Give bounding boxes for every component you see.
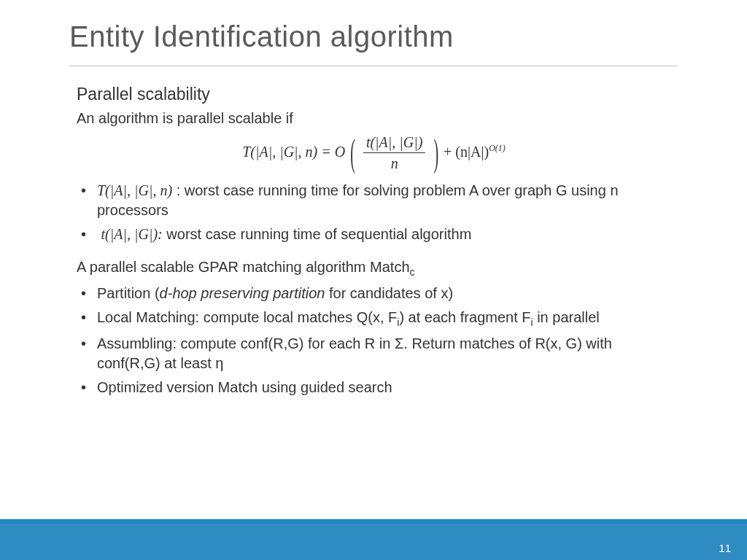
list-item: Local Matching: compute local matches Q(… bbox=[77, 308, 671, 330]
list-item: T(|A|, |G|, n) : worst case running time… bbox=[77, 181, 671, 220]
equation-lhs: T(|A|, |G|, n) = O bbox=[242, 144, 345, 160]
intro-text: An algorithm is parallel scalable if bbox=[77, 109, 671, 128]
text: in parallel bbox=[533, 309, 600, 325]
steps-list: Partition (d-hop preserving partition fo… bbox=[77, 284, 671, 397]
equation-tail-base: + (n|A|) bbox=[444, 144, 489, 160]
definitions-list: T(|A|, |G|, n) : worst case running time… bbox=[77, 181, 671, 244]
list-item: Assumbling: compute conf(R,G) for each R… bbox=[77, 334, 671, 373]
text: for candidates of x) bbox=[325, 285, 453, 301]
fraction-numerator: t(|A|, |G|) bbox=[363, 133, 426, 153]
second-heading-text: A parallel scalable GPAR matching algori… bbox=[77, 259, 410, 275]
page-number: 11 bbox=[719, 542, 731, 554]
math-term: t(|A|, |G|): bbox=[101, 226, 163, 242]
list-item: Optimized version Match using guided sea… bbox=[77, 378, 671, 397]
definition-text: : worst case running time for solving pr… bbox=[97, 182, 619, 218]
equation-fraction: t(|A|, |G|) n bbox=[360, 133, 429, 174]
subheading: Parallel scalability bbox=[77, 83, 671, 106]
paren-close: ) bbox=[432, 128, 440, 179]
math-term: T(|A|, |G|, n) bbox=[97, 182, 172, 198]
footer: 11 bbox=[0, 519, 747, 560]
fraction-denominator: n bbox=[363, 153, 426, 174]
title-divider bbox=[69, 66, 678, 66]
text: ) at each fragment F bbox=[399, 309, 530, 325]
list-item: Partition (d-hop preserving partition fo… bbox=[77, 284, 671, 303]
em-text: d-hop preserving partition bbox=[160, 285, 325, 301]
paren-open: ( bbox=[349, 128, 357, 179]
text: Local Matching: compute local matches Q(… bbox=[97, 309, 397, 325]
equation: T(|A|, |G|, n) = O ( t(|A|, |G|) n ) + (… bbox=[77, 133, 671, 174]
slide-title: Entity Identification algorithm bbox=[69, 20, 454, 53]
list-item: t(|A|, |G|): worst case running time of … bbox=[77, 225, 671, 244]
slide-body: Parallel scalability An algorithm is par… bbox=[77, 83, 671, 411]
footer-main-bar: 11 bbox=[0, 524, 747, 560]
second-heading: A parallel scalable GPAR matching algori… bbox=[77, 257, 671, 279]
slide: Entity Identification algorithm Parallel… bbox=[0, 0, 747, 560]
definition-text: worst case running time of sequential al… bbox=[163, 226, 472, 242]
text: Partition ( bbox=[97, 285, 160, 301]
second-heading-sub: c bbox=[410, 266, 415, 278]
equation-tail-exp: O(1) bbox=[489, 143, 506, 153]
